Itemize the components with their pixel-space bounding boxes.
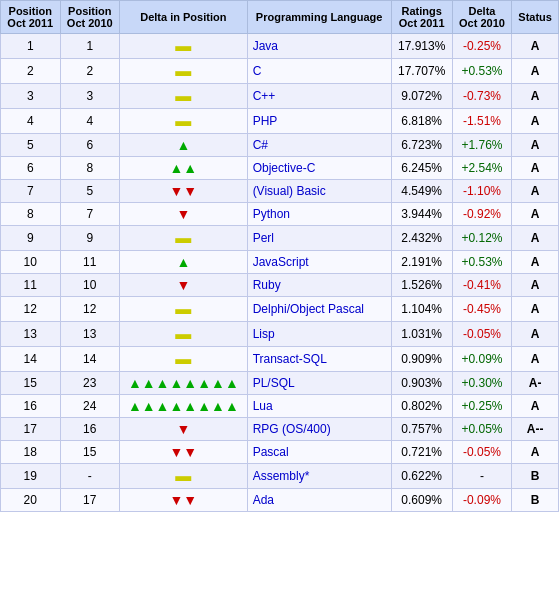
cell-pos2011: 1	[1, 34, 61, 59]
cell-delta-pos: ▼▼	[120, 489, 248, 512]
cell-pos2010: 15	[60, 441, 120, 464]
cell-delta-rating: +0.12%	[452, 226, 512, 251]
col-header-language: Programming Language	[247, 1, 391, 34]
table-row: 4 4 ▬ PHP 6.818% -1.51% A	[1, 109, 559, 134]
cell-language: C++	[247, 84, 391, 109]
cell-language: Delphi/Object Pascal	[247, 297, 391, 322]
cell-language: Pascal	[247, 441, 391, 464]
cell-rating: 0.757%	[391, 418, 452, 441]
cell-language: PL/SQL	[247, 372, 391, 395]
cell-language: Ada	[247, 489, 391, 512]
cell-delta-rating: -0.45%	[452, 297, 512, 322]
cell-delta-rating: -0.05%	[452, 322, 512, 347]
cell-rating: 1.526%	[391, 274, 452, 297]
table-row: 10 11 ▲ JavaScript 2.191% +0.53% A	[1, 251, 559, 274]
cell-delta-rating: +2.54%	[452, 157, 512, 180]
cell-language: JavaScript	[247, 251, 391, 274]
col-header-pos2010: PositionOct 2010	[60, 1, 120, 34]
cell-language: Lisp	[247, 322, 391, 347]
cell-pos2011: 18	[1, 441, 61, 464]
table-row: 6 8 ▲▲ Objective-C 6.245% +2.54% A	[1, 157, 559, 180]
cell-language: PHP	[247, 109, 391, 134]
cell-language: Java	[247, 34, 391, 59]
cell-rating: 9.072%	[391, 84, 452, 109]
cell-delta-rating: -0.92%	[452, 203, 512, 226]
cell-status: A-	[512, 372, 559, 395]
cell-delta-pos: ▲▲	[120, 157, 248, 180]
cell-rating: 0.909%	[391, 347, 452, 372]
cell-pos2011: 2	[1, 59, 61, 84]
cell-language: RPG (OS/400)	[247, 418, 391, 441]
cell-delta-pos: ▬	[120, 464, 248, 489]
cell-delta-pos: ▬	[120, 226, 248, 251]
cell-language: Objective-C	[247, 157, 391, 180]
table-row: 11 10 ▼ Ruby 1.526% -0.41% A	[1, 274, 559, 297]
cell-pos2010: 4	[60, 109, 120, 134]
cell-pos2011: 13	[1, 322, 61, 347]
cell-pos2011: 4	[1, 109, 61, 134]
cell-status: A	[512, 395, 559, 418]
table-row: 12 12 ▬ Delphi/Object Pascal 1.104% -0.4…	[1, 297, 559, 322]
table-row: 3 3 ▬ C++ 9.072% -0.73% A	[1, 84, 559, 109]
col-header-status: Status	[512, 1, 559, 34]
cell-status: A	[512, 251, 559, 274]
cell-delta-rating: +1.76%	[452, 134, 512, 157]
cell-pos2011: 10	[1, 251, 61, 274]
cell-language: C	[247, 59, 391, 84]
cell-language: C#	[247, 134, 391, 157]
cell-language: Transact-SQL	[247, 347, 391, 372]
cell-pos2010: 10	[60, 274, 120, 297]
cell-pos2011: 19	[1, 464, 61, 489]
table-row: 2 2 ▬ C 17.707% +0.53% A	[1, 59, 559, 84]
cell-pos2011: 15	[1, 372, 61, 395]
cell-rating: 0.622%	[391, 464, 452, 489]
cell-pos2011: 11	[1, 274, 61, 297]
cell-pos2010: 5	[60, 180, 120, 203]
cell-delta-pos: ▬	[120, 34, 248, 59]
cell-delta-pos: ▲▲▲▲▲▲▲▲	[120, 395, 248, 418]
cell-delta-pos: ▲▲▲▲▲▲▲▲	[120, 372, 248, 395]
cell-delta-rating: -0.25%	[452, 34, 512, 59]
cell-rating: 3.944%	[391, 203, 452, 226]
cell-pos2011: 8	[1, 203, 61, 226]
cell-delta-rating: -	[452, 464, 512, 489]
cell-rating: 0.721%	[391, 441, 452, 464]
cell-delta-pos: ▼	[120, 203, 248, 226]
cell-status: A	[512, 84, 559, 109]
cell-status: A	[512, 59, 559, 84]
cell-delta-pos: ▬	[120, 84, 248, 109]
cell-status: B	[512, 489, 559, 512]
cell-status: A--	[512, 418, 559, 441]
cell-status: A	[512, 109, 559, 134]
cell-pos2011: 14	[1, 347, 61, 372]
cell-pos2011: 3	[1, 84, 61, 109]
table-row: 8 7 ▼ Python 3.944% -0.92% A	[1, 203, 559, 226]
table-row: 19 - ▬ Assembly* 0.622% - B	[1, 464, 559, 489]
cell-delta-rating: +0.05%	[452, 418, 512, 441]
cell-delta-pos: ▼	[120, 274, 248, 297]
cell-delta-rating: +0.53%	[452, 59, 512, 84]
cell-pos2011: 7	[1, 180, 61, 203]
cell-delta-pos: ▼▼	[120, 441, 248, 464]
cell-pos2010: -	[60, 464, 120, 489]
cell-delta-rating: +0.30%	[452, 372, 512, 395]
cell-delta-pos: ▬	[120, 322, 248, 347]
cell-language: Lua	[247, 395, 391, 418]
table-row: 15 23 ▲▲▲▲▲▲▲▲ PL/SQL 0.903% +0.30% A-	[1, 372, 559, 395]
cell-delta-rating: -0.41%	[452, 274, 512, 297]
cell-pos2010: 1	[60, 34, 120, 59]
cell-status: A	[512, 347, 559, 372]
table-row: 20 17 ▼▼ Ada 0.609% -0.09% B	[1, 489, 559, 512]
cell-delta-rating: +0.25%	[452, 395, 512, 418]
cell-rating: 6.245%	[391, 157, 452, 180]
cell-status: A	[512, 322, 559, 347]
cell-status: A	[512, 297, 559, 322]
table-row: 16 24 ▲▲▲▲▲▲▲▲ Lua 0.802% +0.25% A	[1, 395, 559, 418]
cell-delta-pos: ▲	[120, 134, 248, 157]
table-row: 9 9 ▬ Perl 2.432% +0.12% A	[1, 226, 559, 251]
cell-pos2010: 7	[60, 203, 120, 226]
cell-pos2010: 23	[60, 372, 120, 395]
cell-pos2010: 11	[60, 251, 120, 274]
cell-language: (Visual) Basic	[247, 180, 391, 203]
cell-pos2011: 12	[1, 297, 61, 322]
